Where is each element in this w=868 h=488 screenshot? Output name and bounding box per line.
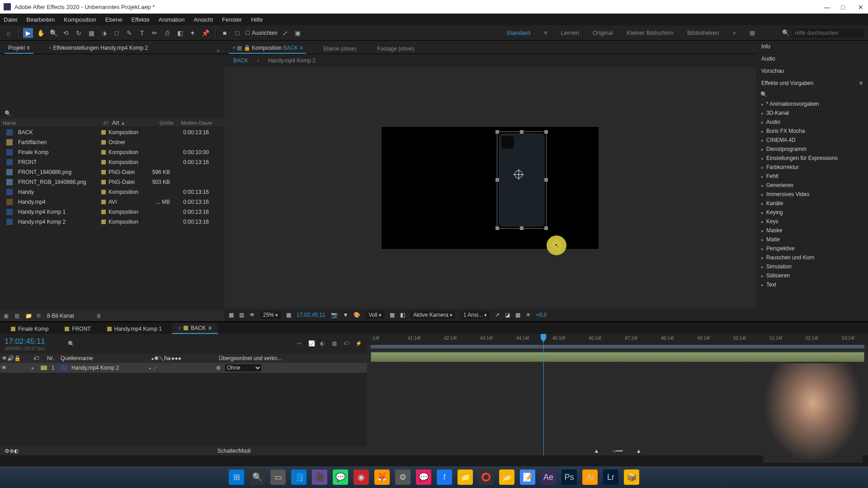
timeline-timecode[interactable]: 17:02:45:11 (5, 337, 45, 346)
col-name[interactable]: Name (0, 120, 100, 126)
label-tag[interactable] (101, 150, 106, 155)
project-item[interactable]: Handy.mp4 Komp 2 Komposition 0:00:13:16 (0, 217, 224, 227)
effect-category[interactable]: ▸Farbkorrektur (756, 163, 868, 172)
maximize-button[interactable]: □ (841, 4, 847, 10)
taskbar-app-icon[interactable]: f (437, 469, 452, 485)
mask-icon[interactable]: ▣ (293, 28, 303, 38)
taskbar-app-icon[interactable]: 📂 (499, 469, 514, 485)
timeline-tab[interactable]: × BACK ≡ (172, 323, 218, 334)
quality-dropdown[interactable]: Voll ▾ (366, 311, 384, 319)
type-tool[interactable]: T (137, 28, 147, 38)
effect-category[interactable]: ▸Simulation (756, 262, 868, 271)
workspace-kleiner[interactable]: Kleiner Bildschirm (627, 29, 674, 36)
project-tab[interactable]: Projekt ≡ (5, 43, 33, 54)
work-area-bar[interactable] (371, 345, 864, 348)
col-tag[interactable]: 🏷 (100, 120, 109, 126)
new-bin-icon[interactable]: ▣ (4, 313, 10, 319)
label-tag[interactable] (101, 180, 106, 184)
pen-tool[interactable]: ✎ (124, 28, 134, 38)
roi-icon[interactable]: ◧ (400, 312, 405, 318)
project-item[interactable]: BACK Komposition 0:00:13:16 (0, 127, 224, 137)
project-item[interactable]: Farbflächen Ordner (0, 137, 224, 147)
panel-overflow-icon[interactable]: » (217, 47, 220, 54)
breadcrumb-back[interactable]: BACK (233, 57, 248, 64)
effect-category[interactable]: ▸Einstellungen für Expressions (756, 154, 868, 163)
label-tag[interactable] (101, 140, 106, 145)
taskbar-app-icon[interactable]: 📝 (520, 469, 535, 485)
zoom-in-icon[interactable]: ▲ (636, 448, 642, 454)
layer-bounding-box[interactable] (497, 131, 547, 229)
effect-category[interactable]: ▸Fehlt (756, 172, 868, 181)
taskbar-app-icon[interactable]: 🎥 (312, 469, 327, 485)
taskbar-app-icon[interactable]: 🦊 (374, 469, 390, 485)
eraser-tool[interactable]: ◧ (175, 28, 185, 38)
project-item[interactable]: Finale Komp Komposition 0:00:10:00 (0, 147, 224, 157)
audio-panel-header[interactable]: Audio (756, 53, 868, 65)
transparency-icon[interactable]: ▦ (390, 312, 395, 318)
project-item[interactable]: FRONT_RGB_1840886.png PNG-Datei 503 KB (0, 177, 224, 187)
switches-modes-toggle[interactable]: Schalter/Modi (217, 448, 250, 454)
effect-category[interactable]: ▸Perspektive (756, 244, 868, 253)
orbit-tool[interactable]: ⟲ (61, 28, 71, 38)
taskbar-app-icon[interactable]: ⚙ (395, 469, 410, 485)
taskbar-app-icon[interactable]: ⭕ (478, 469, 494, 485)
project-item[interactable]: Handy.mp4 Komp 1 Komposition 0:00:13:16 (0, 207, 224, 217)
preview-timecode[interactable]: 17:02:45:11 (297, 312, 325, 318)
tl-graph-icon[interactable]: 📈 (308, 340, 316, 347)
settings-icon[interactable]: ⚙ (36, 313, 42, 319)
info-panel-header[interactable]: Info (756, 41, 868, 53)
effects-panel-header[interactable]: Effekte und Vorgaben≡ (756, 77, 868, 89)
new-folder-icon[interactable]: 📁 (25, 313, 32, 319)
tl-search-icon[interactable]: 🔍 (68, 341, 75, 347)
selection-tool[interactable]: ▶ (23, 28, 33, 38)
taskbar-app-icon[interactable]: ◉ (354, 469, 369, 485)
zoom-slider[interactable]: ○━━ (613, 448, 622, 454)
taskbar-app-icon[interactable]: 📘 (291, 469, 307, 485)
taskbar-app-icon[interactable]: Ps (561, 469, 577, 485)
workspace-grid-icon[interactable]: ▦ (750, 29, 755, 36)
preview-panel-header[interactable]: Vorschau (756, 65, 868, 77)
effectsettings-tab[interactable]: × Effekteinstellungen Handy.mp4 Komp 2 (42, 43, 151, 54)
project-item[interactable]: FRONT Komposition 0:00:13:16 (0, 157, 224, 167)
effect-category[interactable]: ▸Kanäle (756, 199, 868, 208)
effect-category[interactable]: ▸Keying (756, 208, 868, 217)
zoom-tool[interactable]: 🔍 (48, 28, 58, 38)
menu-ansicht[interactable]: Ansicht (193, 16, 213, 23)
exposure-icon[interactable]: ☀ (526, 312, 531, 318)
layer-name[interactable]: Handy.mp4 Komp 2 (69, 365, 148, 371)
menu-ebene[interactable]: Ebene (105, 16, 123, 23)
taskbar-app-icon[interactable]: 💬 (333, 469, 348, 485)
tl-blur-icon[interactable]: ◐ (320, 340, 327, 347)
parent-dropdown[interactable]: Ohne (225, 364, 261, 371)
menu-animation[interactable]: Animation (159, 16, 185, 23)
menu-hilfe[interactable]: Hilfe (251, 16, 263, 23)
fill-icon[interactable]: ■ (220, 28, 230, 38)
workspace-standard[interactable]: Standard (506, 29, 530, 36)
menu-komposition[interactable]: Komposition (64, 16, 96, 23)
hand-tool[interactable]: ✋ (36, 28, 46, 38)
timeline-layer-row[interactable]: 👁 ▸ 1 Handy.mp4 Komp 2 ⬥ ／ ⊚ Ohne (0, 363, 367, 373)
share-icon[interactable]: ↗ (495, 312, 500, 318)
exposure-value[interactable]: +0,0 (536, 312, 547, 318)
taskbar-app-icon[interactable]: ⊞ (229, 469, 244, 485)
pan-behind-tool[interactable]: ⬗ (99, 28, 109, 38)
snapshot-icon[interactable]: 📷 (331, 312, 338, 318)
tl-tag-icon[interactable]: 🏷 (344, 340, 351, 347)
timeline-tab[interactable]: Handy.mp4 Komp 1 (101, 324, 168, 334)
zoom-dropdown[interactable]: 25% ▾ (260, 311, 281, 319)
effect-category[interactable]: ▸3D-Kanal (756, 108, 868, 117)
effect-category[interactable]: ▸Dienstprogramm (756, 145, 868, 154)
label-tag[interactable] (101, 220, 106, 224)
tl-frame-icon[interactable]: ▦ (332, 340, 339, 347)
anchor-point-icon[interactable] (514, 170, 523, 178)
workspace-overflow-icon[interactable]: » (733, 29, 736, 36)
channel-icon[interactable]: ▼ (343, 312, 349, 318)
label-tag[interactable] (101, 160, 106, 164)
toggle-switches-icon[interactable]: ⚙⊕◐ (5, 448, 19, 454)
label-tag[interactable] (101, 190, 106, 194)
brush-tool[interactable]: ✏ (150, 28, 160, 38)
taskbar-app-icon[interactable]: ▭ (270, 469, 286, 485)
preview-viewport[interactable]: ↖ (224, 67, 756, 309)
renderer-icon[interactable]: ▦ (515, 312, 520, 318)
taskbar-app-icon[interactable]: Ai (582, 469, 598, 485)
